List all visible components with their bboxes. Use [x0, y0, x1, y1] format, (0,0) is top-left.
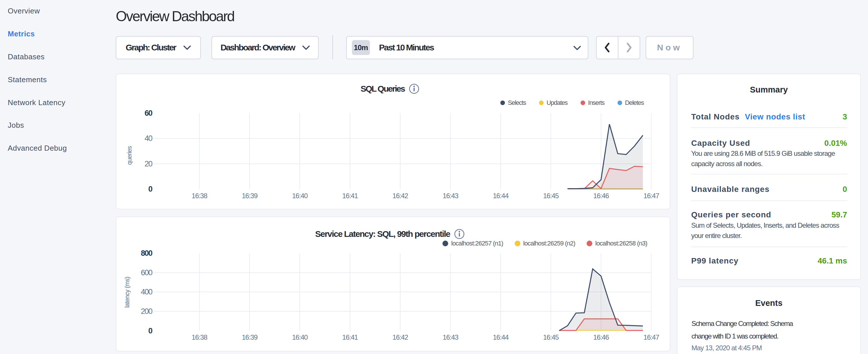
- svg-text:16:42: 16:42: [392, 333, 408, 341]
- svg-text:600: 600: [141, 268, 152, 277]
- svg-text:400: 400: [141, 288, 152, 296]
- svg-text:16:41: 16:41: [342, 192, 358, 200]
- svg-text:16:43: 16:43: [442, 333, 458, 341]
- svg-text:0: 0: [148, 185, 152, 193]
- svg-text:latency (ms): latency (ms): [123, 277, 130, 308]
- svg-text:16:46: 16:46: [593, 192, 609, 200]
- svg-text:200: 200: [141, 307, 152, 315]
- svg-text:16:46: 16:46: [593, 333, 609, 341]
- svg-text:800: 800: [141, 249, 152, 257]
- svg-text:16:41: 16:41: [342, 333, 358, 341]
- svg-text:16:44: 16:44: [493, 333, 508, 341]
- svg-text:queries: queries: [125, 146, 133, 165]
- svg-text:16:45: 16:45: [543, 333, 559, 341]
- svg-text:16:40: 16:40: [292, 192, 308, 200]
- svg-text:60: 60: [145, 109, 152, 118]
- svg-text:16:39: 16:39: [242, 192, 257, 200]
- svg-text:0: 0: [148, 326, 152, 335]
- svg-text:16:47: 16:47: [643, 333, 659, 341]
- svg-text:16:43: 16:43: [442, 192, 458, 200]
- svg-text:16:45: 16:45: [543, 192, 559, 200]
- svg-text:16:40: 16:40: [292, 333, 308, 341]
- svg-text:16:38: 16:38: [191, 333, 207, 341]
- svg-text:40: 40: [145, 134, 152, 142]
- svg-text:16:39: 16:39: [242, 333, 257, 341]
- svg-text:16:38: 16:38: [191, 192, 207, 200]
- svg-text:20: 20: [145, 160, 152, 168]
- svg-text:16:42: 16:42: [392, 192, 408, 200]
- svg-text:16:47: 16:47: [643, 192, 659, 200]
- svg-text:16:44: 16:44: [493, 192, 508, 200]
